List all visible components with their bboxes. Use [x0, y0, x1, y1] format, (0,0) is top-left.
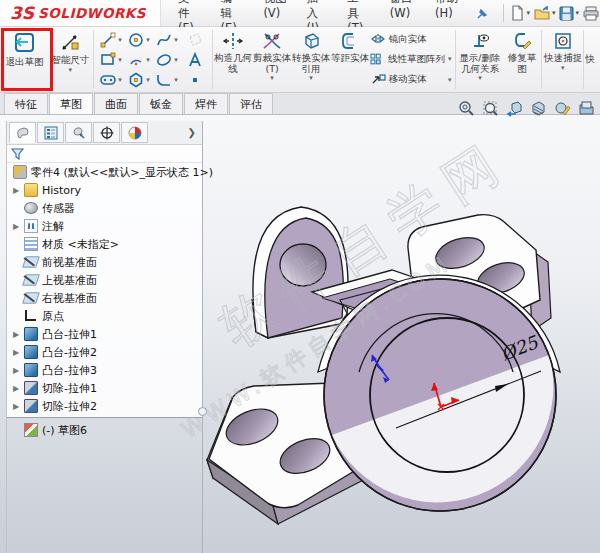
- arc-tool-button[interactable]: ▾: [125, 50, 153, 69]
- tab-evaluate[interactable]: 评估: [229, 93, 273, 114]
- quick-snaps-button[interactable]: 快速捕捉 ▾: [543, 27, 582, 92]
- sketch-entity-grid: ▾ ▾ ▾ ▾ ▾: [95, 27, 211, 92]
- panel-tab-strip: ❯: [7, 121, 202, 145]
- tree-item-cut-extrude2[interactable]: ▶ 切除-拉伸2: [7, 397, 202, 415]
- smart-dimension-button[interactable]: 智能尺寸 ▾: [49, 27, 92, 92]
- part-icon: [13, 165, 27, 179]
- tab-weldments[interactable]: 焊件: [184, 93, 228, 114]
- tree-item-sketch6[interactable]: (-) 草图6: [7, 421, 202, 439]
- expand-arrow[interactable]: ▶: [13, 222, 24, 231]
- circle-tool-button[interactable]: ▾: [125, 30, 153, 49]
- solidworks-logo: 3S SOLIDWORKS: [0, 0, 161, 26]
- expand-arrow[interactable]: ▶: [13, 348, 24, 357]
- sketch-ribbon: 退出草图 智能尺寸 ▾ ▾ ▾ ▾: [0, 27, 600, 93]
- tree-item-sensors[interactable]: 传感器: [7, 199, 202, 217]
- ellipse-icon: [155, 51, 173, 69]
- logo-mark: 3S: [10, 5, 34, 22]
- plane-tool-button[interactable]: [181, 30, 209, 49]
- dimxpert-manager-tab[interactable]: [93, 122, 120, 143]
- slot-icon: [99, 71, 117, 89]
- cut-extrude-icon: [24, 381, 38, 395]
- clipped-ribbon-button[interactable]: 快: [585, 27, 600, 92]
- tree-item-top-plane[interactable]: 上视基准面: [7, 271, 202, 289]
- trim-entities-icon: [261, 31, 283, 51]
- tree-filter-row[interactable]: [7, 145, 202, 163]
- plane-icon: [22, 256, 40, 267]
- tree-item-front-plane[interactable]: 前视基准面: [7, 253, 202, 271]
- expand-arrow[interactable]: ▶: [13, 402, 24, 411]
- section-view-icon[interactable]: [529, 99, 547, 117]
- display-relations-icon: [469, 31, 491, 51]
- save-button[interactable]: ▾: [558, 4, 580, 23]
- sketch-fillet-tool-button[interactable]: ▾: [153, 70, 181, 89]
- line-icon: [99, 31, 117, 49]
- previous-view-icon[interactable]: [505, 99, 523, 117]
- tree-item-boss-extrude1[interactable]: ▶ 凸台-拉伸1: [7, 325, 202, 343]
- tree-item-material[interactable]: 材质 <未指定>: [7, 235, 202, 253]
- sketch-icon: [24, 423, 38, 437]
- tab-sketch[interactable]: 草图: [49, 93, 93, 114]
- tab-surfaces[interactable]: 曲面: [94, 93, 138, 114]
- slot-tool-button[interactable]: ▾: [97, 70, 125, 89]
- configuration-manager-tab[interactable]: [65, 122, 92, 143]
- display-manager-tab[interactable]: [121, 122, 148, 143]
- mirror-entities-button[interactable]: 镜向实体: [370, 33, 454, 46]
- ribbon-separator: [455, 30, 456, 89]
- point-icon: [186, 71, 204, 89]
- appearance-icon[interactable]: [553, 99, 571, 117]
- tab-sheetmetal[interactable]: 钣金: [139, 93, 183, 114]
- tab-features[interactable]: 特征: [4, 93, 48, 114]
- move-entities-button[interactable]: 移动实体 ▾: [370, 73, 454, 86]
- mirror-entities-icon: [370, 33, 386, 45]
- rectangle-icon: [99, 51, 117, 69]
- repair-sketch-icon: [511, 31, 533, 51]
- offset-entities-button[interactable]: 等距实体: [331, 27, 370, 92]
- tree-item-history[interactable]: ▶ History: [7, 181, 202, 199]
- construction-geometry-button[interactable]: 构造几何线: [214, 27, 253, 92]
- zoom-fit-icon[interactable]: [457, 99, 475, 117]
- line-tool-button[interactable]: ▾: [97, 30, 125, 49]
- point-tool-button[interactable]: [181, 70, 209, 89]
- pin-menubar-icon[interactable]: [476, 7, 489, 20]
- expand-arrow[interactable]: ▶: [13, 366, 24, 375]
- spline-tool-button[interactable]: ▾: [153, 30, 181, 49]
- polygon-tool-button[interactable]: ▾: [125, 70, 153, 89]
- tree-item-cut-extrude1[interactable]: ▶ 切除-拉伸1: [7, 379, 202, 397]
- ribbon-separator: [212, 30, 213, 89]
- repair-sketch-button[interactable]: 修复草图: [503, 27, 540, 92]
- exit-sketch-button[interactable]: 退出草图: [0, 27, 49, 92]
- ellipse-tool-button[interactable]: ▾: [153, 50, 181, 69]
- spline-icon: [155, 31, 173, 49]
- convert-entities-button[interactable]: 转换实体引用 ▾: [292, 27, 331, 92]
- open-document-button[interactable]: ▾: [533, 4, 557, 23]
- new-document-button[interactable]: ▾: [509, 3, 531, 23]
- ribbon-separator: [541, 30, 542, 89]
- tree-item-boss-extrude2[interactable]: ▶ 凸台-拉伸2: [7, 343, 202, 361]
- boss-extrude-icon: [24, 327, 38, 341]
- tree-item-origin[interactable]: 原点: [7, 307, 202, 325]
- rectangle-tool-button[interactable]: ▾: [97, 50, 125, 69]
- smart-dimension-icon: [59, 31, 81, 53]
- construction-geometry-icon: [222, 31, 244, 51]
- tree-root-item[interactable]: 零件4 (默认<<默认>_显示状态 1>): [7, 163, 202, 181]
- display-delete-relations-button[interactable]: 显示/删除几何关系 ▾: [457, 27, 504, 92]
- text-tool-button[interactable]: [181, 50, 209, 69]
- linear-sketch-pattern-button[interactable]: 线性草图阵列 ▾: [370, 53, 454, 66]
- expand-arrow[interactable]: ▶: [13, 384, 24, 393]
- feature-manager-tab[interactable]: [9, 122, 36, 143]
- tree-item-annotations[interactable]: ▶ 注解: [7, 217, 202, 235]
- print-button[interactable]: [582, 4, 600, 23]
- expand-arrow[interactable]: ▶: [13, 330, 24, 339]
- zoom-area-icon[interactable]: [481, 99, 499, 117]
- expand-arrow[interactable]: ▶: [13, 186, 24, 195]
- sketch-pattern-column: 镜向实体 线性草图阵列 ▾ 移动实体 ▾: [370, 27, 454, 92]
- trim-entities-button[interactable]: 剪裁实体(T) ▾: [253, 27, 292, 92]
- tree-item-boss-extrude3[interactable]: ▶ 凸台-拉伸3: [7, 361, 202, 379]
- property-manager-tab[interactable]: [37, 122, 64, 143]
- arc-icon: [127, 51, 145, 69]
- offset-entities-icon: [339, 31, 361, 51]
- tree-item-right-plane[interactable]: 右视基准面: [7, 289, 202, 307]
- scene-icon[interactable]: [577, 99, 595, 117]
- panel-tabs-overflow-chevron[interactable]: ❯: [188, 127, 200, 138]
- panel-resize-handle[interactable]: [198, 407, 207, 416]
